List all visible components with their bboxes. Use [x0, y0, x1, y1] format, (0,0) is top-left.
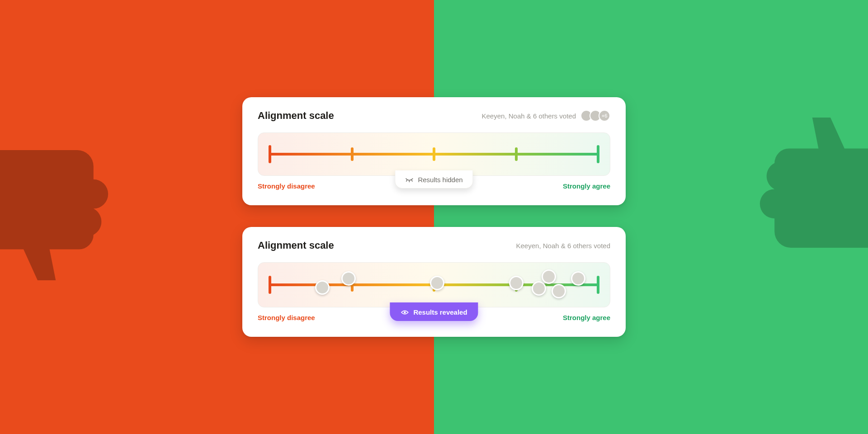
voters-text: Keeyen, Noah & 6 others voted: [516, 242, 610, 250]
label-strongly-disagree: Strongly disagree: [258, 182, 315, 190]
pill-label: Results hidden: [418, 176, 462, 184]
results-hidden-pill[interactable]: Results hidden: [395, 170, 473, 189]
eye-closed-icon: [405, 177, 413, 183]
tick-neutral[interactable]: [433, 147, 435, 161]
vote-avatar[interactable]: [552, 284, 566, 298]
svg-line-0: [406, 180, 407, 181]
voters-text: Keeyen, Noah & 6 others voted: [482, 112, 576, 120]
avatar-overflow-count: +6: [599, 110, 610, 122]
alignment-slider[interactable]: [258, 262, 610, 307]
voters-avatars: +6: [580, 110, 610, 122]
label-strongly-agree: Strongly agree: [563, 182, 610, 190]
tick-agree[interactable]: [515, 147, 518, 161]
thumbs-down-icon: [0, 118, 154, 280]
vote-avatar[interactable]: [430, 276, 444, 290]
label-strongly-disagree: Strongly disagree: [258, 314, 315, 321]
voters-summary: Keeyen, Noah & 6 others voted +6: [482, 110, 610, 122]
vote-avatar[interactable]: [571, 271, 585, 286]
tick-strongly-disagree[interactable]: [269, 145, 271, 163]
results-revealed-pill[interactable]: Results revealed: [390, 302, 478, 321]
tick-strongly-agree[interactable]: [597, 276, 599, 294]
voters-summary: Keeyen, Noah & 6 others voted: [516, 242, 610, 250]
card-title: Alignment scale: [258, 110, 334, 122]
vote-avatar[interactable]: [315, 280, 330, 295]
alignment-card-hidden: Alignment scale Keeyen, Noah & 6 others …: [242, 97, 626, 205]
vote-avatar[interactable]: [542, 269, 556, 284]
vote-avatar[interactable]: [341, 271, 356, 286]
tick-strongly-disagree[interactable]: [269, 276, 271, 294]
slider-track: [270, 283, 598, 286]
label-strongly-agree: Strongly agree: [563, 314, 610, 321]
svg-point-3: [404, 311, 406, 313]
thumbs-up-icon: [714, 118, 868, 280]
alignment-slider[interactable]: [258, 132, 610, 176]
card-title: Alignment scale: [258, 240, 334, 251]
svg-line-2: [412, 180, 413, 181]
tick-disagree[interactable]: [351, 147, 354, 161]
vote-avatar[interactable]: [509, 276, 524, 290]
tick-strongly-agree[interactable]: [597, 145, 599, 163]
pill-label: Results revealed: [413, 308, 467, 316]
vote-avatar[interactable]: [532, 281, 546, 296]
eye-open-icon: [401, 309, 409, 316]
alignment-card-revealed: Alignment scale Keeyen, Noah & 6 others …: [242, 227, 626, 337]
slider-track: [270, 153, 598, 156]
